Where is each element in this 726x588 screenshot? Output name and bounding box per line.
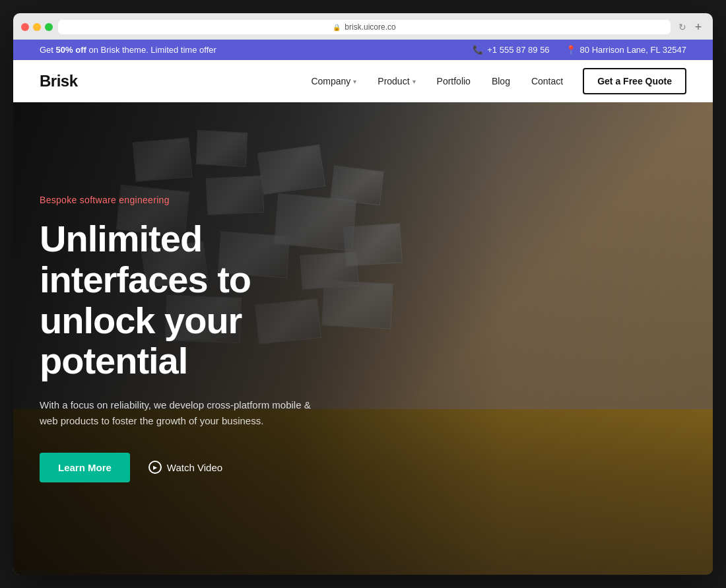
nav-item-product[interactable]: Product ▾	[368, 71, 424, 92]
address-bar[interactable]: 🔒 brisk.uicore.co	[58, 20, 671, 34]
learn-more-button[interactable]: Learn More	[40, 453, 130, 482]
maximize-button[interactable]	[45, 23, 53, 31]
new-tab-button[interactable]: +	[692, 20, 705, 34]
banner-address: 📍 80 Harrison Lane, FL 32547	[566, 45, 686, 55]
site-logo[interactable]: Brisk	[40, 72, 78, 90]
banner-bold-text: 50% off	[56, 45, 86, 55]
navbar: Brisk Company ▾ Product ▾ Portfolio Blog…	[13, 60, 713, 102]
watch-video-label: Watch Video	[167, 462, 222, 473]
nav-company-label: Company	[311, 76, 350, 86]
chevron-down-icon: ▾	[353, 78, 356, 85]
nav-portfolio-label: Portfolio	[437, 76, 471, 86]
nav-contact-label: Contact	[531, 76, 563, 86]
chevron-down-icon: ▾	[412, 78, 416, 85]
phone-number: +1 555 87 89 56	[487, 45, 549, 55]
location-icon: 📍	[566, 45, 576, 55]
nav-item-contact[interactable]: Contact	[522, 71, 572, 92]
banner-phone: 📞 +1 555 87 89 56	[473, 45, 549, 55]
get-free-quote-button[interactable]: Get a Free Quote	[583, 68, 686, 94]
browser-window: 🔒 brisk.uicore.co ↻ + Get 50% off on Bri…	[13, 13, 713, 575]
play-icon: ▶	[148, 461, 162, 474]
nav-product-label: Product	[378, 76, 409, 86]
browser-chrome: 🔒 brisk.uicore.co ↻ +	[13, 13, 713, 40]
banner-message: Get 50% off on Brisk theme. Limited time…	[40, 45, 216, 55]
hero-section: Bespoke software engineering Unlimited i…	[13, 102, 713, 575]
nav-item-portfolio[interactable]: Portfolio	[428, 71, 480, 92]
close-button[interactable]	[21, 23, 29, 31]
banner-text-after: on Brisk theme. Limited time offer	[86, 45, 216, 55]
nav-item-blog[interactable]: Blog	[482, 71, 519, 92]
watch-video-button[interactable]: ▶ Watch Video	[148, 461, 222, 474]
hero-title-line2: unlock your potential	[40, 300, 242, 382]
refresh-button[interactable]: ↻	[678, 22, 686, 32]
nav-item-company[interactable]: Company ▾	[302, 71, 366, 92]
nav-links: Company ▾ Product ▾ Portfolio Blog Conta…	[302, 71, 572, 92]
hero-subtitle: With a focus on reliability, we develop …	[40, 397, 330, 429]
banner-text-before: Get	[40, 45, 56, 55]
phone-icon: 📞	[473, 45, 483, 55]
banner-contacts: 📞 +1 555 87 89 56 📍 80 Harrison Lane, FL…	[473, 45, 686, 55]
minimize-button[interactable]	[33, 23, 41, 31]
url-text: brisk.uicore.co	[345, 22, 395, 32]
top-banner: Get 50% off on Brisk theme. Limited time…	[13, 40, 713, 60]
hero-content: Bespoke software engineering Unlimited i…	[13, 102, 396, 575]
traffic-lights	[21, 23, 53, 31]
address-text: 80 Harrison Lane, FL 32547	[580, 45, 686, 55]
lock-icon: 🔒	[333, 24, 341, 31]
hero-actions: Learn More ▶ Watch Video	[40, 453, 370, 482]
website: Get 50% off on Brisk theme. Limited time…	[13, 40, 713, 575]
hero-eyebrow: Bespoke software engineering	[40, 195, 370, 205]
hero-title: Unlimited interfaces to unlock your pote…	[40, 218, 370, 381]
hero-title-line1: Unlimited interfaces to	[40, 218, 251, 300]
nav-blog-label: Blog	[492, 76, 510, 86]
